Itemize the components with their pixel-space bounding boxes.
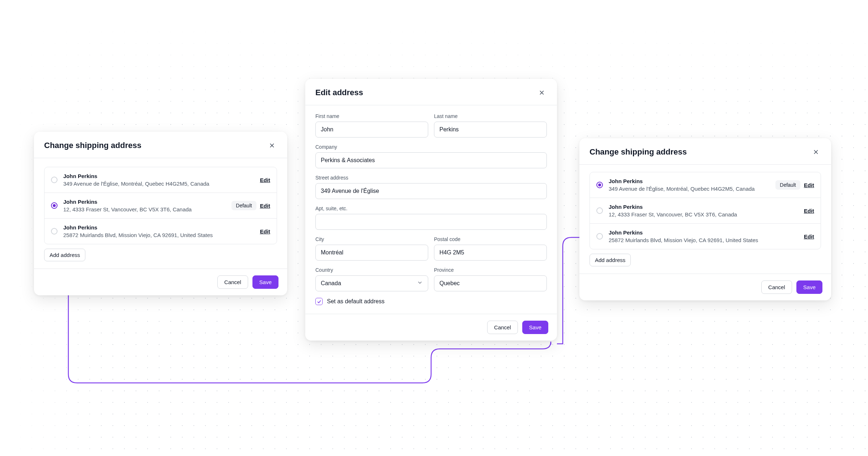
edit-form: First name John Last name Perkins Compan… xyxy=(305,105,557,314)
change-shipping-modal-before: Change shipping address John Perkins 349… xyxy=(34,132,287,295)
modal-title: Change shipping address xyxy=(44,141,141,150)
radio-button[interactable] xyxy=(51,228,58,235)
close-icon[interactable] xyxy=(537,88,547,98)
address-row[interactable]: John Perkins 349 Avenue de l'Église, Mon… xyxy=(44,167,277,193)
cancel-button[interactable]: Cancel xyxy=(761,280,792,294)
modal-header: Change shipping address xyxy=(579,138,831,164)
close-icon[interactable] xyxy=(267,140,277,151)
province-field[interactable]: Quebec xyxy=(434,275,547,291)
address-text: John Perkins 25872 Muirlands Blvd, Missi… xyxy=(609,229,798,244)
cancel-button[interactable]: Cancel xyxy=(217,275,248,289)
default-badge: Default xyxy=(775,180,800,190)
address-line: 349 Avenue de l'Église, Montréal, Quebec… xyxy=(609,185,770,193)
chevron-down-icon xyxy=(417,280,423,287)
edit-address-modal: Edit address First name John Last name P… xyxy=(305,79,557,341)
save-button[interactable]: Save xyxy=(252,275,278,289)
address-list: John Perkins 349 Avenue de l'Église, Mon… xyxy=(579,165,831,274)
country-value: Canada xyxy=(321,280,341,287)
address-row[interactable]: John Perkins 12, 4333 Fraser St, Vancouv… xyxy=(590,198,821,223)
modal-header: Change shipping address xyxy=(34,132,287,158)
cancel-button[interactable]: Cancel xyxy=(487,321,518,334)
company-field[interactable]: Perkins & Associates xyxy=(315,152,547,168)
address-name: John Perkins xyxy=(63,198,226,206)
address-name: John Perkins xyxy=(609,229,798,236)
company-label: Company xyxy=(315,144,547,150)
modal-footer: Cancel Save xyxy=(34,269,287,295)
edit-link[interactable]: Edit xyxy=(804,208,814,214)
radio-button[interactable] xyxy=(596,207,603,214)
street-field[interactable]: 349 Avenue de l'Église xyxy=(315,183,547,199)
address-row[interactable]: John Perkins 25872 Muirlands Blvd, Missi… xyxy=(44,218,277,244)
set-default-checkbox[interactable] xyxy=(315,298,323,305)
postal-label: Postal code xyxy=(434,236,547,242)
set-default-row[interactable]: Set as default address xyxy=(315,298,547,305)
address-line: 12, 4333 Fraser St, Vancouver, BC V5X 3T… xyxy=(609,211,798,218)
address-card: John Perkins 349 Avenue de l'Église, Mon… xyxy=(590,172,821,249)
last-name-field[interactable]: Perkins xyxy=(434,122,547,138)
add-address-button[interactable]: Add address xyxy=(44,249,85,261)
default-badge: Default xyxy=(231,201,256,210)
modal-footer: Cancel Save xyxy=(579,274,831,300)
radio-button[interactable] xyxy=(51,202,58,209)
address-text: John Perkins 25872 Muirlands Blvd, Missi… xyxy=(63,224,254,239)
change-shipping-modal-after: Change shipping address John Perkins 349… xyxy=(579,138,831,300)
save-button[interactable]: Save xyxy=(796,280,822,294)
modal-title: Change shipping address xyxy=(590,147,687,157)
country-label: Country xyxy=(315,267,428,273)
modal-title: Edit address xyxy=(315,88,363,97)
city-field[interactable]: Montréal xyxy=(315,245,428,261)
address-row[interactable]: John Perkins 12, 4333 Fraser St, Vancouv… xyxy=(44,193,277,218)
edit-link[interactable]: Edit xyxy=(804,233,814,240)
edit-link[interactable]: Edit xyxy=(260,228,270,235)
close-icon[interactable] xyxy=(811,147,821,157)
address-row[interactable]: John Perkins 349 Avenue de l'Église, Mon… xyxy=(590,172,821,198)
address-line: 25872 Muirlands Blvd, Mission Viejo, CA … xyxy=(63,231,254,239)
address-text: John Perkins 12, 4333 Fraser St, Vancouv… xyxy=(609,203,798,218)
postal-field[interactable]: H4G 2M5 xyxy=(434,245,547,261)
country-select[interactable]: Canada xyxy=(315,275,428,291)
apt-field[interactable] xyxy=(315,214,547,230)
modal-footer: Cancel Save xyxy=(305,314,557,341)
address-text: John Perkins 349 Avenue de l'Église, Mon… xyxy=(609,177,770,193)
address-name: John Perkins xyxy=(63,172,254,180)
last-name-label: Last name xyxy=(434,113,547,119)
address-name: John Perkins xyxy=(63,224,254,231)
street-label: Street address xyxy=(315,175,547,181)
address-name: John Perkins xyxy=(609,203,798,211)
radio-button[interactable] xyxy=(51,177,58,183)
address-name: John Perkins xyxy=(609,177,770,185)
address-card: John Perkins 349 Avenue de l'Église, Mon… xyxy=(44,167,277,244)
province-label: Province xyxy=(434,267,547,273)
edit-link[interactable]: Edit xyxy=(260,203,270,209)
radio-button[interactable] xyxy=(596,233,603,240)
address-row[interactable]: John Perkins 25872 Muirlands Blvd, Missi… xyxy=(590,223,821,249)
edit-link[interactable]: Edit xyxy=(804,182,814,188)
first-name-field[interactable]: John xyxy=(315,122,428,138)
address-list: John Perkins 349 Avenue de l'Église, Mon… xyxy=(34,158,287,269)
city-label: City xyxy=(315,236,428,242)
address-text: John Perkins 12, 4333 Fraser St, Vancouv… xyxy=(63,198,226,213)
modal-header: Edit address xyxy=(305,79,557,105)
apt-label: Apt, suite, etc. xyxy=(315,206,547,211)
address-line: 12, 4333 Fraser St, Vancouver, BC V5X 3T… xyxy=(63,206,226,213)
radio-button[interactable] xyxy=(596,182,603,188)
first-name-label: First name xyxy=(315,113,428,119)
address-line: 25872 Muirlands Blvd, Mission Viejo, CA … xyxy=(609,236,798,244)
set-default-label: Set as default address xyxy=(327,298,384,305)
address-line: 349 Avenue de l'Église, Montréal, Quebec… xyxy=(63,180,254,187)
address-text: John Perkins 349 Avenue de l'Église, Mon… xyxy=(63,172,254,187)
save-button[interactable]: Save xyxy=(522,321,548,334)
add-address-button[interactable]: Add address xyxy=(590,254,631,266)
edit-link[interactable]: Edit xyxy=(260,177,270,183)
